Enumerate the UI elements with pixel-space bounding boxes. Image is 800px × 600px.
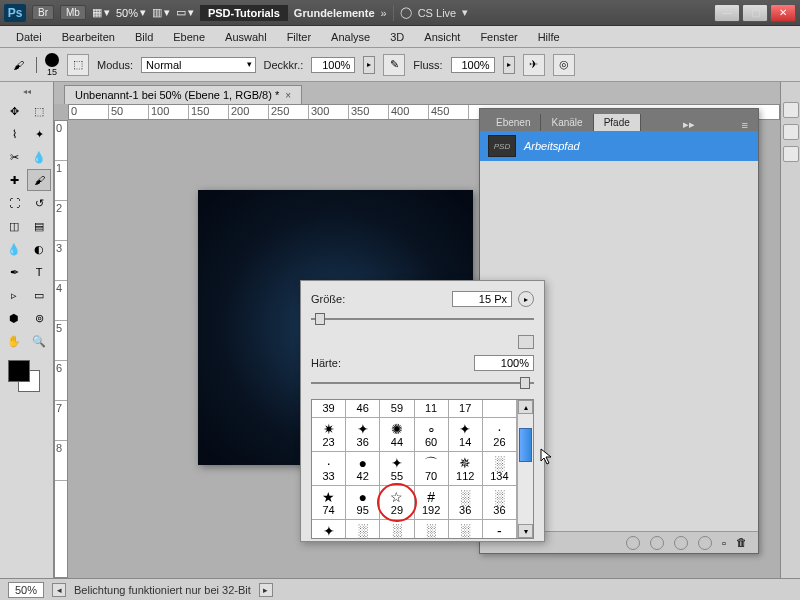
- minimize-button[interactable]: —: [714, 4, 740, 22]
- new-path-icon[interactable]: ▫: [722, 537, 726, 549]
- menu-3d[interactable]: 3D: [382, 29, 412, 45]
- scroll-down-icon[interactable]: ▾: [518, 524, 533, 538]
- menu-datei[interactable]: Datei: [8, 29, 50, 45]
- brush-preset[interactable]: ░134: [483, 452, 517, 486]
- brush-preset[interactable]: -11: [415, 399, 449, 418]
- healing-tool[interactable]: ✚: [2, 169, 26, 191]
- deck-arrow[interactable]: ▸: [363, 56, 375, 74]
- brush-preset[interactable]: ✦46: [346, 399, 380, 418]
- menu-bild[interactable]: Bild: [127, 29, 161, 45]
- brush-panel-toggle[interactable]: ⬚: [67, 54, 89, 76]
- doc-tab[interactable]: Unbenannt-1 bei 50% (Ebene 1, RGB/8) * ×: [64, 85, 302, 104]
- brush-preset[interactable]: ✦33: [312, 520, 346, 539]
- menu-ebene[interactable]: Ebene: [165, 29, 213, 45]
- stroke-path-icon[interactable]: [650, 536, 664, 550]
- path-select-tool[interactable]: ▹: [2, 284, 26, 306]
- menu-hilfe[interactable]: Hilfe: [530, 29, 568, 45]
- minibridge-button[interactable]: Mb: [60, 5, 86, 20]
- panel-menu-icon[interactable]: ≡: [738, 119, 752, 131]
- eyedropper-tool[interactable]: 💧: [27, 146, 51, 168]
- size-slider[interactable]: [311, 311, 534, 327]
- pen-tool[interactable]: ✒: [2, 261, 26, 283]
- brush-preset[interactable]: ░39: [415, 520, 449, 539]
- brush-preset[interactable]: ░63: [449, 520, 483, 539]
- dock-icon[interactable]: [783, 124, 799, 140]
- brush-preset[interactable]: ●95: [346, 486, 380, 520]
- app-logo[interactable]: Ps: [4, 4, 26, 22]
- 3d-camera-tool[interactable]: ⊚: [27, 307, 51, 329]
- brush-preset[interactable]: ·33: [312, 452, 346, 486]
- brush-preset[interactable]: ✷23: [312, 418, 346, 452]
- new-preset-icon[interactable]: [518, 335, 534, 349]
- fluss-arrow[interactable]: ▸: [503, 56, 515, 74]
- shape-tool[interactable]: ▭: [27, 284, 51, 306]
- hardness-slider[interactable]: [311, 375, 534, 391]
- status-zoom[interactable]: 50%: [8, 582, 44, 598]
- eraser-tool[interactable]: ◫: [2, 215, 26, 237]
- workspace-more-icon[interactable]: »: [381, 7, 387, 19]
- path-item[interactable]: PSD Arbeitspfad: [480, 131, 758, 161]
- crop-tool[interactable]: ✂: [2, 146, 26, 168]
- view-extras-dropdown[interactable]: ▥▾: [152, 6, 170, 19]
- size-input[interactable]: 15 Px: [452, 291, 512, 307]
- tab-pfade[interactable]: Pfade: [594, 114, 641, 131]
- brush-preset[interactable]: ✦14: [449, 418, 483, 452]
- brush-preset[interactable]: ⌒70: [415, 452, 449, 486]
- menu-ansicht[interactable]: Ansicht: [416, 29, 468, 45]
- brush-preset[interactable]: ░36: [449, 486, 483, 520]
- scroll-thumb[interactable]: [519, 428, 532, 462]
- menu-bearbeiten[interactable]: Bearbeiten: [54, 29, 123, 45]
- hand-tool[interactable]: ✋: [2, 330, 26, 352]
- fluss-input[interactable]: 100%: [451, 57, 495, 73]
- brush-preset[interactable]: #59: [380, 399, 414, 418]
- dock-icon[interactable]: [783, 102, 799, 118]
- airbrush-icon[interactable]: ✈: [523, 54, 545, 76]
- wand-tool[interactable]: ✦: [27, 123, 51, 145]
- tab-kanaele[interactable]: Kanäle: [541, 114, 593, 131]
- arrange-dropdown[interactable]: ▦▾: [92, 6, 110, 19]
- menu-analyse[interactable]: Analyse: [323, 29, 378, 45]
- popup-menu-icon[interactable]: ▸: [518, 291, 534, 307]
- stamp-tool[interactable]: ⛶: [2, 192, 26, 214]
- workspace-button[interactable]: PSD-Tutorials: [200, 5, 288, 21]
- brush-preset[interactable]: [483, 399, 517, 418]
- fill-path-icon[interactable]: [626, 536, 640, 550]
- status-next-icon[interactable]: ▸: [259, 583, 273, 597]
- tab-ebenen[interactable]: Ebenen: [486, 114, 541, 131]
- close-button[interactable]: ✕: [770, 4, 796, 22]
- brush-preset[interactable]: ✺44: [380, 418, 414, 452]
- bridge-button[interactable]: Br: [32, 5, 54, 20]
- brush-preset[interactable]: -11: [483, 520, 517, 539]
- status-prev-icon[interactable]: ◂: [52, 583, 66, 597]
- menu-auswahl[interactable]: Auswahl: [217, 29, 275, 45]
- menu-fenster[interactable]: Fenster: [472, 29, 525, 45]
- dock-icon[interactable]: [783, 146, 799, 162]
- brush-preset[interactable]: ░36: [483, 486, 517, 520]
- brush-preset[interactable]: ░66: [380, 520, 414, 539]
- toolbox-collapse-icon[interactable]: ◂◂: [2, 86, 51, 96]
- foreground-color[interactable]: [8, 360, 30, 382]
- dodge-tool[interactable]: ◐: [27, 238, 51, 260]
- doc-tab-close-icon[interactable]: ×: [285, 90, 291, 101]
- brush-preset[interactable]: ✦36: [346, 418, 380, 452]
- brush-preset[interactable]: #192: [415, 486, 449, 520]
- screen-mode-dropdown[interactable]: ▭▾: [176, 6, 194, 19]
- brush-scrollbar[interactable]: ▴ ▾: [517, 400, 533, 538]
- brush-preset[interactable]: ✷39: [312, 399, 346, 418]
- delete-path-icon[interactable]: 🗑: [736, 536, 750, 550]
- tool-preset-picker[interactable]: 🖌: [8, 55, 28, 75]
- tablet-size-icon[interactable]: ◎: [553, 54, 575, 76]
- maximize-button[interactable]: ▢: [742, 4, 768, 22]
- color-swatches[interactable]: [8, 360, 40, 392]
- brush-preset[interactable]: ★74: [312, 486, 346, 520]
- zoom-tool[interactable]: 🔍: [27, 330, 51, 352]
- history-brush-tool[interactable]: ↺: [27, 192, 51, 214]
- brush-preset[interactable]: ·26: [483, 418, 517, 452]
- scroll-up-icon[interactable]: ▴: [518, 400, 533, 414]
- brush-preset[interactable]: ●42: [346, 452, 380, 486]
- brush-tool[interactable]: 🖌: [27, 169, 51, 191]
- brush-preset[interactable]: ✵112: [449, 452, 483, 486]
- zoom-dropdown[interactable]: 50%▾: [116, 6, 146, 19]
- path-from-selection-icon[interactable]: [698, 536, 712, 550]
- marquee-tool[interactable]: ⬚: [27, 100, 51, 122]
